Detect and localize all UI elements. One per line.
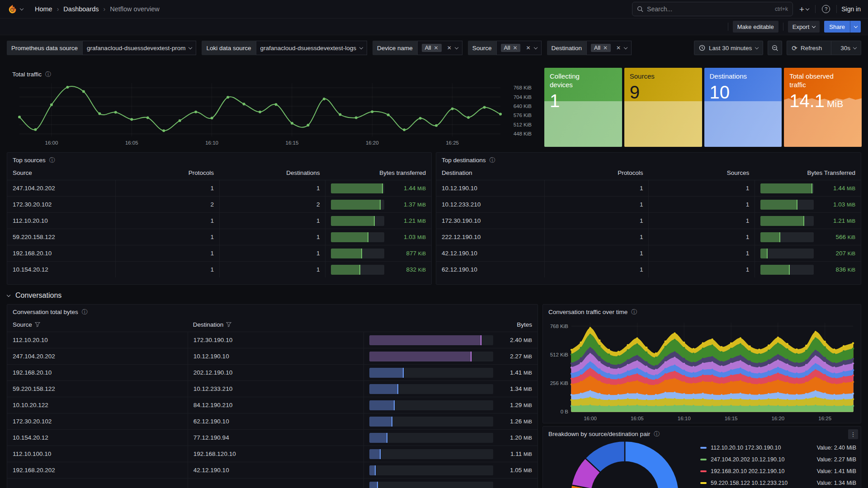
cell-bytes: 1.05 MiB <box>363 462 538 478</box>
table-row[interactable]: 192.168.20.10202.12.190.101.41 MiB <box>7 364 538 380</box>
remove-value-icon[interactable]: ✕ <box>434 45 439 51</box>
column-header[interactable]: Sources <box>648 169 755 176</box>
add-new-button[interactable]: + <box>797 3 811 15</box>
column-header[interactable]: Source <box>7 169 115 176</box>
sign-in-button[interactable]: Sign in <box>841 5 861 13</box>
legend-item[interactable]: 247.104.20.202 10.12.190.10Value: 2.27 M… <box>700 455 856 464</box>
breadcrumb-dashboards[interactable]: Dashboards <box>63 5 99 13</box>
table-row[interactable]: 192.168.20.20242.12.190.101.05 MiB <box>7 462 538 478</box>
clear-icon[interactable]: ✕ <box>526 45 530 51</box>
table-row[interactable]: 192.168.20.1011877 KiB <box>7 245 431 261</box>
table-row[interactable]: 59.220.158.122111.03 MiB <box>7 229 431 245</box>
table-row[interactable]: 247.104.20.20210.12.190.102.27 MiB <box>7 348 538 364</box>
cell-destination-ip: 192.168.120.10 <box>188 446 363 462</box>
filter-icon[interactable] <box>226 322 231 327</box>
table-row[interactable]: 247.104.20.202111.44 MiB <box>7 180 431 196</box>
column-header[interactable]: Bytes <box>363 321 538 328</box>
section-conversations-toggle[interactable]: Conversations <box>7 291 61 300</box>
variable-value[interactable]: All✕✕ <box>586 41 632 55</box>
variable-pills: Prometheus data source grafanacloud-dsue… <box>7 41 632 55</box>
make-editable-button[interactable]: Make editable <box>733 21 778 33</box>
legend-value: Value: 1.34 MiB <box>817 480 856 486</box>
table-row[interactable]: 59.220.158.12210.12.233.2101.34 MiB <box>7 380 538 397</box>
chip-value: All <box>425 45 431 51</box>
remove-value-icon[interactable]: ✕ <box>513 45 517 51</box>
cell-ip: 10.154.20.12 <box>7 266 115 273</box>
info-icon: ⓘ <box>45 71 51 77</box>
grafana-logo-menu[interactable] <box>7 4 23 14</box>
bytes-gauge: 832 KiB <box>331 265 426 275</box>
time-range-picker[interactable]: Last 30 minutes <box>694 41 763 55</box>
column-header[interactable]: Destination <box>188 321 363 328</box>
table-row[interactable]: 10.10.20.12284.12.190.2101.29 MiB <box>7 397 538 413</box>
export-button[interactable]: Export <box>788 21 820 33</box>
cell-bytes: 1.41 MiB <box>363 365 538 380</box>
panel-title: Conversation traffic over time <box>548 309 627 315</box>
clear-icon[interactable]: ✕ <box>616 45 621 51</box>
legend-item[interactable]: 59.220.158.122 10.12.233.210Value: 1.34 … <box>700 478 856 488</box>
loki-datasource-value[interactable]: grafanacloud-dsuessdevextest-logs <box>256 41 367 55</box>
stat-panel-destinations[interactable]: Destinations10 <box>704 68 782 147</box>
table-row[interactable]: 172.30.190.10111.21 MiB <box>436 212 861 229</box>
stat-value: 14.1MiB <box>789 91 856 110</box>
info-icon: ⓘ <box>490 157 495 163</box>
legend-item[interactable]: 192.168.20.10 202.12.190.10Value: 1.41 M… <box>700 466 856 476</box>
table-row[interactable]: 112.10.20.10111.21 MiB <box>7 212 431 229</box>
variable-value[interactable]: All✕✕ <box>417 41 462 55</box>
table-row[interactable]: 10.154.20.1211832 KiB <box>7 261 431 277</box>
table-row[interactable] <box>7 478 538 488</box>
refresh-interval-picker[interactable]: 30s <box>836 45 861 52</box>
bytes-value: 2.40 MiB <box>496 337 532 343</box>
panel-menu-button[interactable]: ⋮ <box>848 429 858 439</box>
table-row[interactable]: 10.154.20.1277.12.190.941.20 MiB <box>7 429 538 446</box>
stat-panel-sources[interactable]: Sources9 <box>624 68 702 147</box>
table-row[interactable]: 112.10.100.10192.168.120.101.11 MiB <box>7 446 538 462</box>
breadcrumb-home[interactable]: Home <box>35 5 52 13</box>
legend-item[interactable]: 112.10.20.10 172.30.190.10Value: 2.40 Mi… <box>700 443 856 452</box>
table-row[interactable]: 172.30.20.102221.37 MiB <box>7 196 431 212</box>
zoom-out-button[interactable] <box>768 41 782 55</box>
chevron-down-icon <box>812 24 816 28</box>
column-header[interactable]: Source <box>7 321 188 328</box>
share-button[interactable]: Share <box>824 21 850 33</box>
table-row[interactable]: 62.12.190.1011836 KiB <box>436 261 861 277</box>
conversation-traffic-chart[interactable]: 768 KiB512 KiB256 KiB0 B16:0016:0516:101… <box>548 317 856 423</box>
gauge-fill <box>369 335 481 345</box>
breakdown-donut-chart[interactable] <box>568 440 681 488</box>
column-header[interactable]: Destination <box>436 169 544 176</box>
chevron-down-icon <box>20 6 24 10</box>
gauge-track <box>369 433 493 443</box>
refresh-button[interactable]: ⟳ Refresh <box>787 45 826 52</box>
filter-icon[interactable] <box>35 322 40 327</box>
bytes-value: 207 KiB <box>836 250 855 257</box>
svg-text:448 KiB: 448 KiB <box>514 131 532 136</box>
gauge-fill <box>331 249 362 258</box>
selected-value-chip[interactable]: All✕ <box>501 44 521 52</box>
prometheus-datasource-value[interactable]: grafanacloud-dsuessdevextest-prom <box>82 41 196 55</box>
column-header[interactable]: Protocols <box>115 169 219 176</box>
total-traffic-chart[interactable]: 768 KiB704 KiB640 KiB576 KiB512 KiB448 K… <box>12 80 533 147</box>
cell-source-ip: 172.30.20.102 <box>7 418 188 425</box>
remove-value-icon[interactable]: ✕ <box>603 45 608 51</box>
table-row[interactable]: 112.10.20.10172.30.190.102.40 MiB <box>7 332 538 348</box>
selected-value-chip[interactable]: All✕ <box>422 44 442 52</box>
table-row[interactable]: 10.12.190.10111.44 MiB <box>436 180 861 196</box>
refresh-picker: ⟳ Refresh 30s <box>787 41 861 55</box>
selected-value-chip[interactable]: All✕ <box>591 44 611 52</box>
column-header[interactable]: Destinations <box>219 169 326 176</box>
stat-panel-collecting-devices[interactable]: Collecting devices1 <box>544 68 622 147</box>
share-menu-button[interactable] <box>850 21 861 33</box>
table-row[interactable]: 10.12.233.210111.03 MiB <box>436 196 861 212</box>
clear-icon[interactable]: ✕ <box>447 45 452 51</box>
table-row[interactable]: 222.12.190.1011566 KiB <box>436 229 861 245</box>
table-row[interactable]: 172.30.20.10262.12.190.101.26 MiB <box>7 413 538 429</box>
column-header[interactable]: Bytes transferred <box>325 169 431 176</box>
stat-panel-total-observed-traffic[interactable]: Total observed traffic14.1MiB <box>784 68 862 147</box>
search-input[interactable]: Search... ctrl+k <box>632 2 793 16</box>
help-button[interactable]: ? <box>820 3 832 15</box>
column-header[interactable]: Protocols <box>544 169 648 176</box>
gauge-edge <box>382 183 383 193</box>
column-header[interactable]: Bytes Transferred <box>755 169 861 176</box>
table-row[interactable]: 42.12.190.1011207 KiB <box>436 245 861 261</box>
variable-value[interactable]: All✕✕ <box>496 41 542 55</box>
